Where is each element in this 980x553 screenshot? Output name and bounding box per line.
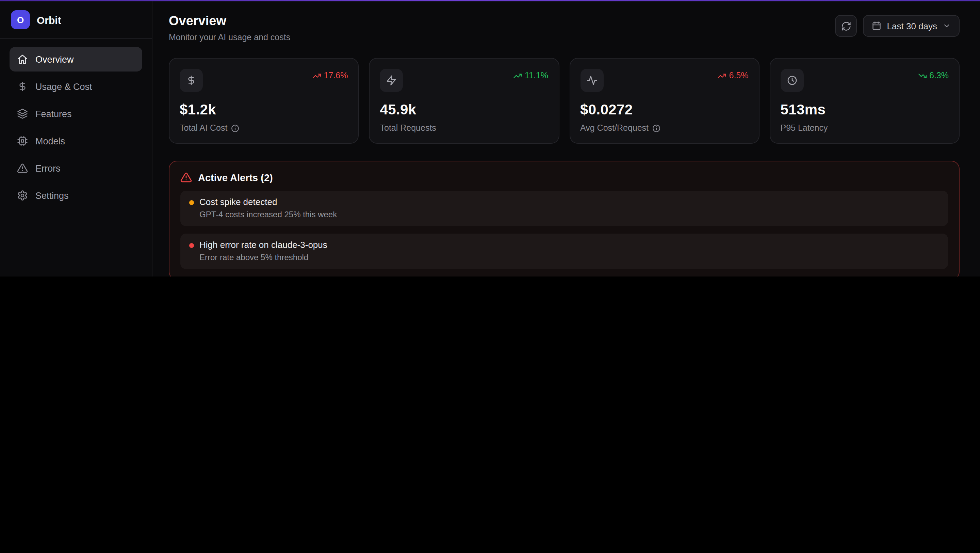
trend-indicator: 17.6% [312, 71, 348, 80]
alerts-list: Cost spike detectedGPT-4 costs increased… [180, 191, 948, 269]
stat-label-text: Total AI Cost [180, 123, 227, 133]
page-header: Overview Monitor your AI usage and costs… [169, 14, 959, 42]
brand: O Orbit [0, 0, 152, 39]
sidebar-item-label: Errors [35, 163, 60, 173]
severity-dot [189, 243, 194, 248]
dollar-icon [17, 81, 28, 92]
alert-text: Cost spike detectedGPT-4 costs increased… [199, 197, 337, 219]
sidebar-nav: OverviewUsage & CostFeaturesModelsErrors… [0, 39, 152, 218]
orbit-logo: O [11, 10, 30, 29]
alert-text: High error rate on claude-3-opusError ra… [199, 240, 327, 262]
alert-triangle-icon [180, 172, 192, 183]
trend-value: 17.6% [324, 71, 348, 80]
alert-title: High error rate on claude-3-opus [199, 240, 327, 250]
chevron-down-icon-wrap [943, 22, 951, 30]
info-icon [652, 124, 661, 132]
stat-card-top: 11.1% [380, 69, 549, 92]
calendar-icon-wrap [872, 21, 882, 31]
page-subtitle: Monitor your AI usage and costs [169, 33, 290, 42]
zap-icon [386, 75, 397, 86]
alert-description: GPT-4 costs increased 25% this week [199, 210, 337, 219]
stat-icon-box [580, 69, 603, 92]
stat-card-top: 6.5% [580, 69, 749, 92]
alerts-title: Active Alerts (2) [198, 172, 273, 183]
refresh-icon [841, 21, 851, 31]
alert-description: Error rate above 5% threshold [199, 253, 327, 262]
trend-up-icon [312, 71, 321, 80]
stat-value: 513ms [781, 102, 949, 118]
stat-label: Total AI Cost [180, 123, 348, 133]
stat-value: $0.0272 [580, 102, 749, 118]
stats-row: 17.6%$1.2kTotal AI Cost11.1%45.9kTotal R… [169, 58, 959, 144]
info-icon-wrap[interactable] [231, 124, 240, 132]
trend-indicator: 6.3% [918, 71, 949, 80]
stat-card-p95-latency: 6.3%513msP95 Latency [770, 58, 960, 144]
refresh-button[interactable] [835, 15, 857, 37]
sidebar-item-errors[interactable]: Errors [10, 156, 142, 180]
sidebar-item-label: Overview [35, 54, 74, 64]
trend-up-icon [718, 71, 727, 80]
brand-name: Orbit [37, 14, 61, 25]
header-actions: Last 30 days [835, 15, 959, 37]
activity-icon [586, 75, 597, 86]
stat-card-top: 6.3% [781, 69, 949, 92]
layers-icon [17, 108, 28, 119]
trend-indicator: 11.1% [513, 71, 548, 80]
trend-value: 6.3% [929, 71, 949, 80]
trend-value: 11.1% [525, 71, 548, 80]
stat-card-avg-cost-request: 6.5%$0.0272Avg Cost/Request [569, 58, 759, 144]
main-content: Overview Monitor your AI usage and costs… [153, 0, 980, 276]
info-icon [231, 124, 240, 132]
sidebar-item-label: Features [35, 108, 72, 119]
stat-value: $1.2k [180, 102, 348, 118]
severity-dot [189, 200, 194, 205]
trend-up-icon [513, 71, 522, 80]
sidebar-item-settings[interactable]: Settings [10, 183, 142, 208]
alerts-header: Active Alerts (2) [180, 172, 948, 183]
stat-card-total-ai-cost: 17.6%$1.2kTotal AI Cost [169, 58, 359, 144]
calendar-icon [872, 21, 882, 31]
page-title: Overview [169, 14, 290, 29]
sidebar-item-overview[interactable]: Overview [10, 47, 142, 72]
date-range-button[interactable]: Last 30 days [863, 15, 959, 37]
app-root: O Orbit OverviewUsage & CostFeaturesMode… [0, 0, 980, 276]
trend-value: 6.5% [729, 71, 749, 80]
stat-icon-box [180, 69, 203, 92]
stat-label: Avg Cost/Request [580, 123, 749, 133]
gear-icon [17, 190, 28, 201]
stat-label-text: Avg Cost/Request [580, 123, 649, 133]
chevron-down-icon [943, 22, 951, 30]
stat-icon-box [781, 69, 804, 92]
sidebar-item-usage-cost[interactable]: Usage & Cost [10, 74, 142, 99]
date-range-label: Last 30 days [887, 21, 937, 31]
cpu-icon [17, 135, 28, 147]
sidebar: O Orbit OverviewUsage & CostFeaturesMode… [0, 0, 153, 276]
home-icon [17, 54, 28, 65]
sidebar-item-label: Models [35, 136, 65, 146]
trend-down-icon [918, 71, 927, 80]
alert-item-cost-spike-detected[interactable]: Cost spike detectedGPT-4 costs increased… [180, 191, 948, 226]
info-icon-wrap[interactable] [652, 124, 661, 132]
dollar-icon [186, 75, 197, 86]
clock-icon [787, 75, 798, 86]
orbit-logo-letter: O [17, 14, 24, 25]
sidebar-item-label: Settings [35, 190, 69, 201]
alert-triangle-icon-wrap [180, 172, 192, 183]
stat-label: Total Requests [380, 123, 549, 133]
trend-indicator: 6.5% [718, 71, 749, 80]
stat-card-total-requests: 11.1%45.9kTotal Requests [369, 58, 559, 144]
sidebar-item-features[interactable]: Features [10, 102, 142, 126]
sidebar-item-models[interactable]: Models [10, 129, 142, 153]
active-alerts-panel: Active Alerts (2) Cost spike detectedGPT… [169, 161, 959, 276]
stat-value: 45.9k [380, 102, 549, 118]
stat-icon-box [380, 69, 403, 92]
stat-label: P95 Latency [781, 123, 949, 133]
sidebar-item-label: Usage & Cost [35, 81, 92, 92]
stat-label-text: P95 Latency [781, 123, 828, 133]
page-header-text: Overview Monitor your AI usage and costs [169, 14, 290, 42]
alert-triangle-icon [17, 163, 28, 174]
alert-title: Cost spike detected [199, 197, 337, 207]
stat-label-text: Total Requests [380, 123, 436, 133]
alert-item-high-error-rate-on-claude-3-opus[interactable]: High error rate on claude-3-opusError ra… [180, 234, 948, 269]
stat-card-top: 17.6% [180, 69, 348, 92]
